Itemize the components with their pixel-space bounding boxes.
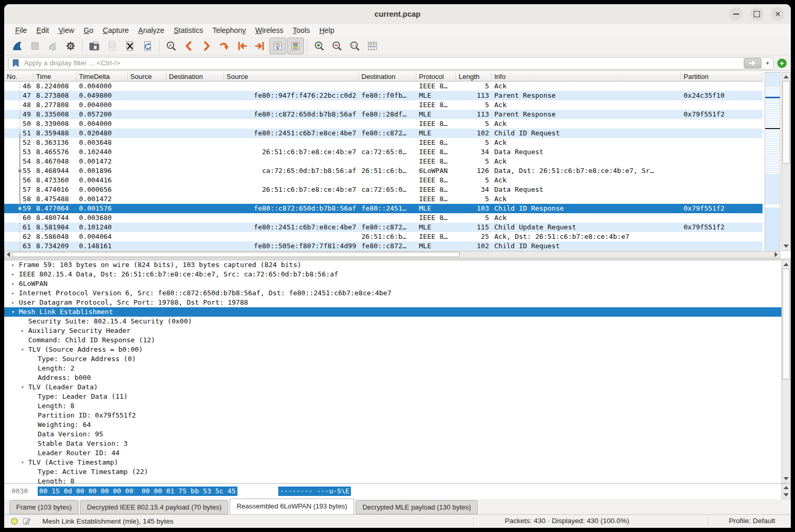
find-packet-button[interactable]: A [163, 38, 179, 54]
minimize-button[interactable] [729, 7, 743, 21]
byte-tab-active[interactable]: Reassembled 6LoWPAN (193 bytes) [230, 499, 354, 514]
packet-list-vscroll-thumb[interactable] [782, 81, 790, 164]
packet-row[interactable]: 538.4655760.10244026:51:c6:b7:e8:ce:4b:e… [4, 147, 763, 157]
detail-line[interactable]: ▸User Datagram Protocol, Src Port: 19788… [4, 298, 781, 307]
detail-line[interactable]: Data Version: 95 [4, 430, 781, 439]
auto-scroll-button[interactable] [269, 38, 286, 54]
detail-line[interactable]: Command: Child ID Response (12) [4, 336, 781, 345]
detail-line[interactable]: ▸Frame 59: 103 bytes on wire (824 bits),… [4, 260, 781, 270]
go-first-button[interactable] [234, 38, 251, 54]
expander-open-icon[interactable]: ▾ [21, 458, 24, 467]
detail-line[interactable]: Length: 8 [4, 401, 781, 411]
detail-line[interactable]: Type: Leader Data (11) [4, 392, 781, 401]
close-file-button[interactable] [121, 38, 138, 54]
column-header-no[interactable]: No. [4, 72, 33, 81]
scroll-left-arrow[interactable] [7, 252, 10, 257]
scroll-down-arrow[interactable] [783, 245, 789, 248]
packet-row[interactable]: 478.2738080.049800fe80::947f:f476:22bc:c… [4, 91, 763, 100]
menu-statistics[interactable]: Statistics [169, 26, 208, 34]
packet-row[interactable]: 568.4733600.004416IEEE 8…5Ack [4, 176, 763, 185]
column-header-partition[interactable]: Partition [681, 72, 763, 81]
close-button[interactable]: ✕ [771, 7, 785, 21]
go-back-button[interactable] [180, 38, 197, 54]
menu-tools[interactable]: Tools [288, 26, 315, 34]
column-header-protocol[interactable]: Protocol [416, 72, 456, 81]
expander-closed-icon[interactable]: ▸ [12, 298, 15, 307]
packet-row[interactable]: 588.4754880.001472IEEE 8…5Ack [4, 194, 763, 204]
packet-row[interactable]: 528.3631360.003648IEEE 8…5Ack [4, 138, 763, 147]
column-header-src[interactable]: Source [224, 72, 359, 81]
menu-edit[interactable]: Edit [32, 26, 54, 34]
display-filter-input[interactable] [23, 59, 740, 67]
packet-bytes-pane[interactable]: 0030 00 15 0d 00 00 00 00 00 00 00 01 75… [4, 483, 781, 499]
detail-line[interactable]: Length: 8 [4, 477, 781, 483]
detail-line[interactable]: Partition ID: 0x79f551f2 [4, 411, 781, 420]
packet-list-hscrollbar[interactable] [4, 251, 780, 258]
zoom-in-button[interactable] [311, 38, 327, 54]
zoom-out-button[interactable] [328, 38, 345, 54]
packet-row[interactable]: 508.3390080.004000IEEE 8…5Ack [4, 119, 763, 129]
packet-list-minimap[interactable] [765, 72, 780, 251]
expander-open-icon[interactable]: ▾ [21, 383, 24, 392]
packet-list-vscrollbar[interactable] [781, 72, 791, 251]
open-file-button[interactable] [86, 38, 103, 54]
byte-tab[interactable]: Frame (103 bytes) [9, 500, 78, 514]
scroll-up-arrow[interactable] [783, 75, 789, 78]
details-vscrollbar[interactable] [781, 260, 791, 483]
menu-view[interactable]: View [54, 26, 79, 34]
expander-open-icon[interactable]: ▾ [21, 345, 24, 354]
detail-line[interactable]: ▾TLV (Active Timestamp) [4, 458, 781, 467]
filter-dropdown-caret[interactable]: ▾ [765, 60, 770, 66]
expander-closed-icon[interactable]: ▸ [12, 279, 15, 288]
expander-closed-icon[interactable]: ▸ [21, 326, 24, 336]
status-profile[interactable]: Profile: Default [729, 517, 775, 525]
go-to-packet-button[interactable] [216, 38, 233, 54]
column-header-dst1[interactable]: Destination [166, 72, 224, 81]
packet-list-hscroll-thumb[interactable] [12, 252, 460, 257]
packet-row[interactable]: 468.2240080.004000IEEE 8…5Ack [4, 82, 763, 91]
detail-line[interactable]: Type: Active Timestamp (22) [4, 467, 781, 477]
capture-comment-icon[interactable] [23, 517, 31, 525]
start-capture-button[interactable] [9, 38, 26, 54]
bookmark-icon[interactable] [12, 59, 19, 67]
column-header-info[interactable]: Info [492, 72, 681, 81]
scroll-down-arrow[interactable] [783, 493, 789, 496]
colorize-button[interactable] [287, 38, 304, 54]
packet-row[interactable]: 488.2778080.004000IEEE 8…5Ack [4, 100, 763, 110]
byte-tab[interactable]: Decrypted IEEE 802.15.4 payload (70 byte… [80, 500, 228, 514]
detail-line[interactable]: ▾TLV (Leader Data) [4, 383, 781, 392]
packet-row-selected[interactable]: 598.4770640.001576fe80::c872:650d:b7b8:5… [4, 204, 763, 213]
zoom-original-button[interactable]: 1:1 [346, 38, 363, 54]
details-vscroll-thumb[interactable] [782, 269, 790, 379]
expander-closed-icon[interactable]: ▸ [12, 288, 15, 298]
menu-telephony[interactable]: Telephony [208, 26, 251, 34]
scroll-down-arrow[interactable] [783, 477, 789, 480]
detail-line[interactable]: Leader Router ID: 44 [4, 448, 781, 458]
go-last-button[interactable] [252, 38, 268, 54]
hex-ascii[interactable]: ········ ···u·S\E [278, 487, 351, 496]
menu-wireless[interactable]: Wireless [251, 26, 288, 34]
expander-open-icon[interactable]: ▾ [12, 307, 15, 317]
expander-closed-icon[interactable]: ▸ [12, 270, 15, 279]
menu-go[interactable]: Go [79, 26, 98, 34]
menu-analyze[interactable]: Analyze [133, 26, 169, 34]
expert-info-icon[interactable] [10, 517, 18, 525]
detail-line[interactable]: Weighting: 64 [4, 420, 781, 430]
column-header-dst[interactable]: Destination [359, 72, 416, 81]
scroll-up-arrow[interactable] [783, 263, 789, 266]
go-forward-button[interactable] [198, 38, 215, 54]
hex-bytes[interactable]: 00 15 0d 00 00 00 00 00 00 00 01 75 bb 5… [38, 487, 237, 496]
detail-line[interactable]: Type: Source Address (0) [4, 354, 781, 364]
byte-tab[interactable]: Decrypted MLE payload (130 bytes) [356, 500, 478, 514]
packet-row[interactable]: 518.3594880.020480fe80::2451:c6b7:e8ce:4… [4, 129, 763, 138]
apply-filter-button[interactable] [744, 58, 762, 68]
capture-options-button[interactable] [62, 38, 79, 54]
packet-row[interactable]: 638.7342090.148161fe80::505e:f807:7f81:4… [4, 241, 763, 251]
detail-line-selected[interactable]: ▾Mesh Link Establishment [4, 307, 781, 317]
display-filter-field[interactable]: ▾ [8, 57, 774, 70]
scroll-right-arrow[interactable] [775, 252, 778, 257]
detail-line[interactable]: Stable Data Version: 3 [4, 439, 781, 448]
column-header-src1[interactable]: Source [128, 72, 166, 81]
packet-row[interactable]: 498.3350080.057200fe80::c872:650d:b7b8:5… [4, 110, 763, 119]
menu-file[interactable]: File [10, 26, 32, 34]
